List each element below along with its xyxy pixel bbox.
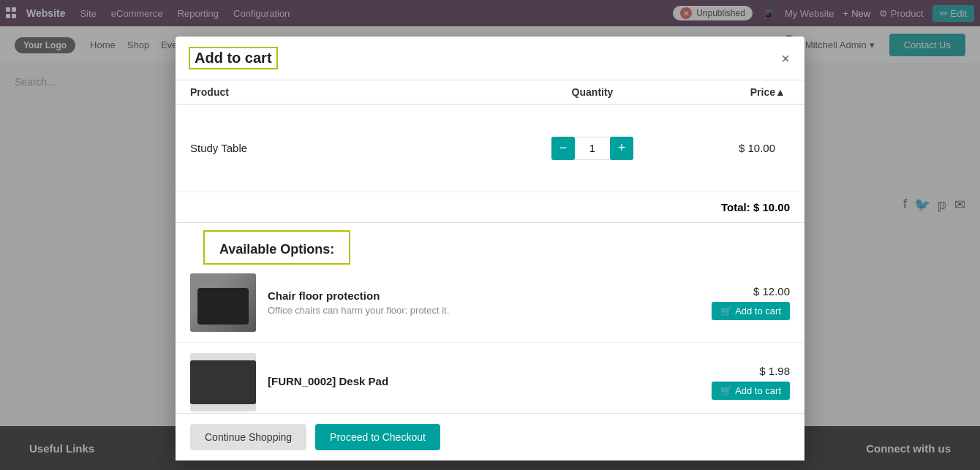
modal-overlay: Add to cart × Product Quantity Price ▲ S… <box>0 0 980 64</box>
modal-title: Add to cart <box>190 48 276 64</box>
add-to-cart-modal: Add to cart × Product Quantity Price ▲ S… <box>176 37 804 64</box>
modal-close-button[interactable]: × <box>781 51 790 65</box>
modal-header: Add to cart × <box>176 37 804 64</box>
